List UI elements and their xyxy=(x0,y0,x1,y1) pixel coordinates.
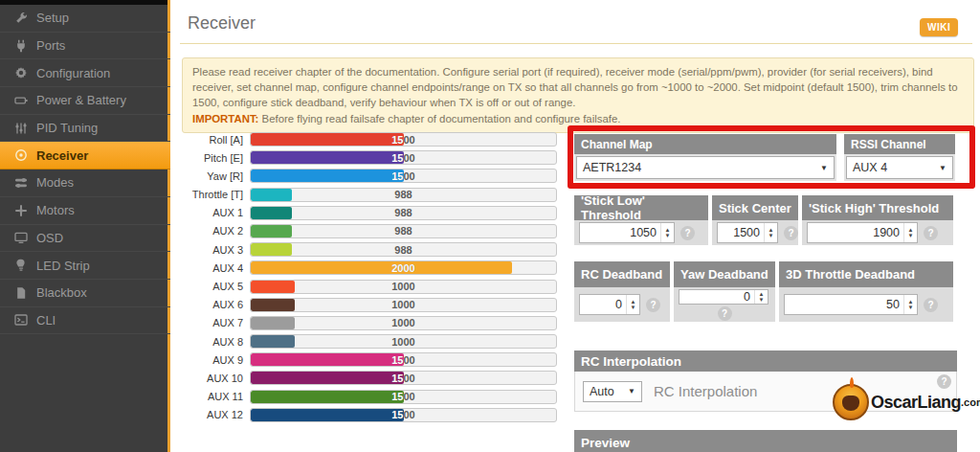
channel-bar-track: 10001000 xyxy=(250,280,557,294)
stick-center-field[interactable] xyxy=(718,223,764,242)
channel-value: 988 xyxy=(251,243,556,256)
note-important-text: Before flying read failsafe chapter of d… xyxy=(258,113,620,124)
help-icon[interactable]: ? xyxy=(718,306,732,321)
stick-center-input[interactable]: ▲▼ xyxy=(717,222,778,243)
help-icon[interactable]: ? xyxy=(646,298,660,312)
channel-map-select[interactable]: AETR1234 ▼ xyxy=(576,156,835,179)
channel-value: 988 xyxy=(251,207,556,219)
page-title: Receiver xyxy=(188,13,256,34)
spinner-arrows-icon[interactable]: ▲▼ xyxy=(903,223,917,242)
channel-bar-track: 988988 xyxy=(250,206,557,220)
help-icon[interactable]: ? xyxy=(924,226,938,240)
rc-deadband-column: RC Deadband▲▼? xyxy=(574,261,670,322)
yaw-deadband-field[interactable] xyxy=(679,290,754,304)
note-body: Please read receiver chapter of the docu… xyxy=(192,66,958,108)
sidebar-item-pid-tuning[interactable]: PID Tuning xyxy=(0,115,170,143)
spinner-arrows-icon[interactable]: ▲▼ xyxy=(754,290,768,304)
stick-high-threshold-header: 'Stick High' Threshold xyxy=(802,195,953,220)
channel-value: 988 xyxy=(251,189,556,201)
deadband-section: RC Deadband▲▼?Yaw Deadband▲▼?3D Throttle… xyxy=(574,261,957,322)
receiver-icon xyxy=(14,148,28,162)
sidebar-item-ports[interactable]: Ports xyxy=(0,33,170,60)
gear-icon xyxy=(14,66,28,79)
receiver-note: Please read receiver chapter of the docu… xyxy=(182,57,974,133)
stick-thresholds-section: 'Stick Low' Threshold▲▼?Stick Center▲▼?'… xyxy=(574,195,957,245)
channel-label: AUX 5 xyxy=(180,281,243,292)
sidebar-item-label: Blackbox xyxy=(36,285,87,300)
sidebar-item-cli[interactable]: CLI xyxy=(0,307,170,335)
sidebar-item-blackbox[interactable]: Blackbox xyxy=(0,280,170,307)
channel-label: AUX 10 xyxy=(180,373,243,384)
sidebar-item-label: PID Tuning xyxy=(36,121,98,135)
sidebar-item-power-battery[interactable]: Power & Battery xyxy=(0,87,170,115)
channel-row-aux-4: AUX 420002000 xyxy=(180,261,557,274)
3d-throttle-deadband-column: 3D Throttle Deadband▲▼? xyxy=(779,261,953,322)
channel-label: AUX 3 xyxy=(180,244,243,256)
help-icon[interactable]: ? xyxy=(784,226,798,240)
preview-header: Preview xyxy=(574,430,957,452)
3d-throttle-deadband-field[interactable] xyxy=(785,295,903,314)
cli-icon xyxy=(14,313,28,327)
spinner-arrows-icon[interactable]: ▲▼ xyxy=(660,223,674,242)
yaw-deadband-input[interactable]: ▲▼ xyxy=(679,289,768,305)
sidebar-item-motors[interactable]: Motors xyxy=(0,197,170,225)
sidebar-item-label: Receiver xyxy=(36,148,88,163)
rssi-channel-section: RSSI Channel AUX 4 ▼ xyxy=(844,134,955,181)
help-icon[interactable]: ? xyxy=(680,226,695,240)
oscarliang-logo: OscarLiang .com xyxy=(833,384,980,420)
channel-label: AUX 9 xyxy=(180,354,243,366)
sidebar-nav: SetupPortsConfigurationPower & BatteryPI… xyxy=(0,5,170,334)
wrench-icon xyxy=(14,11,28,25)
channel-bars: Roll [A]15001500Pitch [E]15001500Yaw [R]… xyxy=(180,133,557,427)
rc-deadband-field[interactable] xyxy=(580,295,626,314)
stick-low-threshold-input[interactable]: ▲▼ xyxy=(579,222,675,243)
channel-row-aux-2: AUX 2988988 xyxy=(180,225,557,237)
rc-interpolation-select[interactable]: Auto ▼ xyxy=(583,381,642,402)
sidebar-item-modes[interactable]: Modes xyxy=(0,170,170,197)
3d-throttle-deadband-input[interactable]: ▲▼ xyxy=(784,294,918,315)
motor-icon xyxy=(14,204,28,217)
stick-low-threshold-header: 'Stick Low' Threshold xyxy=(574,195,708,220)
spinner-arrows-icon[interactable]: ▲▼ xyxy=(626,295,639,314)
channel-label: AUX 7 xyxy=(180,317,243,328)
channel-value: 988 xyxy=(251,225,556,237)
spinner-arrows-icon[interactable]: ▲▼ xyxy=(903,295,917,314)
channel-label: AUX 4 xyxy=(180,262,243,274)
rssi-channel-header: RSSI Channel xyxy=(844,134,955,154)
channel-label: AUX 2 xyxy=(180,225,243,237)
sidebar-item-setup[interactable]: Setup xyxy=(0,5,170,33)
preview-section: Preview xyxy=(574,430,957,452)
wiki-button[interactable]: WIKI xyxy=(920,18,958,36)
spinner-arrows-icon[interactable]: ▲▼ xyxy=(764,223,777,242)
channel-value: 1000 xyxy=(251,299,556,311)
channel-bar-track: 15001500 xyxy=(250,352,557,367)
sidebar-item-osd[interactable]: OSD xyxy=(0,225,170,253)
channel-row-pitch-e: Pitch [E]15001500 xyxy=(180,151,557,164)
rc-deadband-input[interactable]: ▲▼ xyxy=(579,294,640,315)
title-divider xyxy=(180,43,972,44)
led-icon xyxy=(14,259,28,272)
note-important-label: IMPORTANT: xyxy=(192,113,258,124)
yaw-deadband-column: Yaw Deadband▲▼? xyxy=(674,261,775,322)
stick-high-threshold-input[interactable]: ▲▼ xyxy=(807,222,918,243)
channel-row-aux-5: AUX 510001000 xyxy=(180,281,557,293)
channel-row-aux-10: AUX 1015001500 xyxy=(180,372,557,384)
plug-icon xyxy=(14,39,28,53)
channel-row-yaw-r: Yaw [R]15001500 xyxy=(180,170,557,182)
channel-map-value: AETR1234 xyxy=(583,161,641,174)
stick-high-threshold-field[interactable] xyxy=(808,223,903,242)
help-icon[interactable]: ? xyxy=(924,298,938,312)
channel-bar-track: 20002000 xyxy=(250,260,557,275)
chevron-down-icon: ▼ xyxy=(820,164,828,172)
rc-deadband-header: RC Deadband xyxy=(574,261,670,287)
rssi-channel-select[interactable]: AUX 4 ▼ xyxy=(846,156,953,179)
sidebar: SetupPortsConfigurationPower & BatteryPI… xyxy=(0,0,170,452)
channel-row-roll-a: Roll [A]15001500 xyxy=(180,133,557,146)
stick-low-threshold-field[interactable] xyxy=(580,223,660,242)
sidebar-item-label: Motors xyxy=(36,203,75,217)
sidebar-item-led-strip[interactable]: LED Strip xyxy=(0,252,170,280)
sidebar-item-configuration[interactable]: Configuration xyxy=(0,59,170,87)
channel-map-header: Channel Map xyxy=(574,134,836,154)
sidebar-item-receiver[interactable]: Receiver xyxy=(0,142,170,170)
channel-value-overlay: 2000 xyxy=(251,261,556,274)
